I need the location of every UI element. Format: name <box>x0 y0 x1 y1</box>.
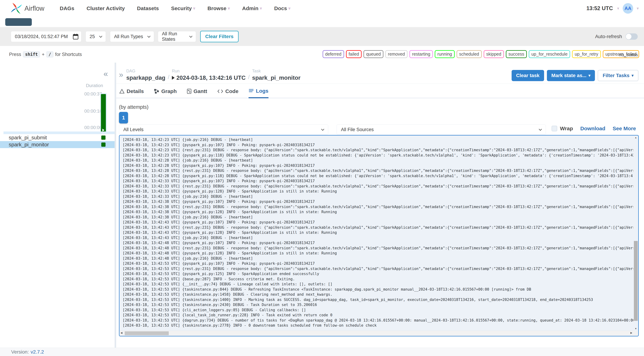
status-badge: deferred <box>322 50 344 58</box>
log-line: [2024-03-18, 13:42:38 UTC] {pyspark_pi.p… <box>122 199 633 204</box>
tab-code[interactable]: Code <box>217 84 238 98</box>
log-line: [2024-03-18, 13:42:43 UTC] {pyspark_pi.p… <box>122 230 633 235</box>
grid-sidebar: « Duration 00:00:37 00:00:18 00:00:00 sp… <box>0 63 114 347</box>
nav-item-dags[interactable]: DAGs <box>60 6 74 11</box>
log-line: [2024-03-18, 13:42:43 UTC] {job.py:216} … <box>122 235 633 241</box>
log-line: [2024-03-18, 13:42:23 UTC] {rest.py:231}… <box>122 147 633 153</box>
horizontal-scrollbar[interactable]: ◀ ▶ <box>120 331 633 336</box>
nav-item-cluster-activity[interactable]: Cluster Activity <box>86 6 125 11</box>
version-link[interactable]: v2.7.2 <box>30 349 44 355</box>
tab-graph[interactable]: Graph <box>154 84 176 98</box>
task-success-square[interactable] <box>101 135 106 140</box>
horizontal-scroll-thumb[interactable] <box>125 331 169 335</box>
run-types-select[interactable]: All Run Types <box>110 31 154 42</box>
log-line: [2024-03-18, 13:42:28 UTC] {job.py:216} … <box>122 158 633 163</box>
logs-icon <box>248 89 254 93</box>
sidebar-divider[interactable] <box>114 63 116 347</box>
chevron-down-icon: ▾ <box>228 6 230 11</box>
download-log-link[interactable]: Download <box>580 125 605 131</box>
scrollbar-corner <box>633 331 638 336</box>
task-success-square[interactable] <box>101 142 106 147</box>
log-line: [2024-03-18, 13:42:23 UTC] {job.py:216} … <box>122 137 633 142</box>
breadcrumb-run-label: Run <box>172 69 246 73</box>
log-line: [2024-03-18, 13:42:23 UTC] {pyspark_pi.p… <box>122 142 633 148</box>
clear-filters-button[interactable]: Clear Filters <box>200 31 238 42</box>
log-line: [2024-03-18, 13:42:48 UTC] {rest.py:231}… <box>122 246 633 251</box>
scroll-right-icon[interactable]: ▶ <box>630 331 632 334</box>
run-datetime-input[interactable] <box>11 31 82 42</box>
log-line: [2024-03-18, 13:42:48 UTC] {job.py:216} … <box>122 256 633 261</box>
log-output-panel: [2024-03-18, 13:42:23 UTC] {job.py:216} … <box>119 135 639 336</box>
page-size-select[interactable]: 25 <box>86 31 106 42</box>
status-badge: removed <box>385 50 408 58</box>
status-badge: success <box>506 50 527 58</box>
nav-item-security[interactable]: Security▾ <box>171 6 195 11</box>
mark-state-button[interactable]: Mark state as...▾ <box>547 70 595 81</box>
file-source-select[interactable]: All File Sources <box>336 124 546 135</box>
airflow-logo-icon[interactable] <box>10 2 23 15</box>
log-line: [2024-03-18, 13:42:53 UTC] {dagrun.py:73… <box>122 318 633 323</box>
nav-item-docs[interactable]: Docs▾ <box>274 6 290 11</box>
breadcrumb-dag-label: DAG <box>126 69 166 73</box>
chevron-down-icon <box>321 127 324 131</box>
play-icon <box>102 129 104 131</box>
utc-clock[interactable]: 13:52 UTC <box>586 5 613 12</box>
nav-item-browse[interactable]: Browse▾ <box>208 6 230 11</box>
nav-item-admin[interactable]: Admin▾ <box>242 6 262 11</box>
no-status-label: no_status <box>619 52 638 57</box>
gantt-icon <box>187 89 192 94</box>
chevron-down-icon: ▾ <box>588 73 590 78</box>
see-more-link[interactable]: See More <box>613 125 636 131</box>
log-line: [2024-03-18, 13:42:53 UTC] {local_task_j… <box>122 313 633 318</box>
tab-gantt[interactable]: Gantt <box>187 84 207 98</box>
attempt-1-button[interactable]: 1 <box>119 112 128 123</box>
auto-refresh-label: Auto-refresh <box>595 34 622 39</box>
log-line: [2024-03-18, 13:42:48 UTC] {pyspark_pi.p… <box>122 240 633 246</box>
chevron-down-icon <box>99 35 102 38</box>
filter-tasks-button[interactable]: Filter Tasks▾ <box>598 70 638 81</box>
expand-panel-icon[interactable]: » <box>119 70 123 79</box>
tab-bar: Details Graph Gantt Code Logs <box>116 85 644 98</box>
clear-task-button[interactable]: Clear task <box>512 70 544 81</box>
log-line: [2024-03-18, 13:42:53 UTC] {taskinstance… <box>122 323 633 328</box>
scroll-down-icon[interactable]: ▼ <box>633 327 638 330</box>
tab-logs[interactable]: Logs <box>248 85 268 98</box>
run-duration-bar[interactable] <box>101 94 106 132</box>
wrap-checkbox[interactable] <box>552 126 557 131</box>
breadcrumb: DAG sparkapp_dag / Run 2024-03-18, 13:42… <box>126 69 300 81</box>
wrap-toggle[interactable]: Wrap <box>552 125 573 131</box>
calendar-icon <box>73 33 78 40</box>
breadcrumb-run-value[interactable]: 2024-03-18, 13:42:16 UTC <box>172 75 246 81</box>
duration-axis-label: Duration <box>86 83 103 88</box>
task-row[interactable]: spark_pi_monitor <box>0 141 114 148</box>
log-line: [2024-03-18, 13:42:53 UTC] {cli_action_l… <box>122 308 633 313</box>
chevron-down-icon: ▾ <box>632 73 634 78</box>
log-level-select[interactable]: All Levels <box>119 124 328 135</box>
task-list: spark_pi_submit spark_pi_monitor <box>0 134 114 148</box>
log-line: [2024-03-18, 13:42:53 UTC] {taskinstance… <box>122 292 633 297</box>
tab-details[interactable]: Details <box>119 84 144 98</box>
breadcrumb-dag-value[interactable]: sparkapp_dag <box>126 75 166 81</box>
task-row[interactable]: spark_pi_submit <box>0 134 114 141</box>
chevron-down-icon <box>539 127 542 131</box>
vertical-scrollbar[interactable]: ▲ ▼ <box>633 135 638 331</box>
log-line: [2024-03-18, 13:42:38 UTC] {pyspark_pi.p… <box>122 210 633 215</box>
run-states-select[interactable]: All Run States <box>158 31 196 42</box>
status-badge: queued <box>364 50 383 58</box>
auto-refresh-toggle[interactable] <box>626 33 638 40</box>
avatar[interactable]: AA <box>623 3 633 14</box>
log-line: [2024-03-18, 13:42:23 UTC] {pyspark_pi.p… <box>122 153 633 158</box>
chevron-down-icon: ▾ <box>637 6 639 11</box>
scroll-up-icon[interactable]: ▲ <box>633 136 638 139</box>
scroll-left-icon[interactable]: ◀ <box>120 331 122 334</box>
breadcrumb-task-value[interactable]: spark_pi_monitor <box>252 75 300 81</box>
collapse-sidebar-icon[interactable]: « <box>104 69 108 78</box>
vertical-scroll-thumb[interactable] <box>634 241 638 321</box>
duration-tick: 00:00:00 <box>84 125 102 130</box>
log-line: [2024-03-18, 13:42:43 UTC] {rest.py:231}… <box>122 225 633 230</box>
status-badge: restarting <box>410 50 433 58</box>
log-link-group: Wrap Download See More <box>552 125 636 131</box>
log-line: [2024-03-18, 13:42:33 UTC] {rest.py:231}… <box>122 184 633 189</box>
nav-item-datasets[interactable]: Datasets <box>137 6 159 11</box>
chevron-down-icon <box>189 35 192 38</box>
